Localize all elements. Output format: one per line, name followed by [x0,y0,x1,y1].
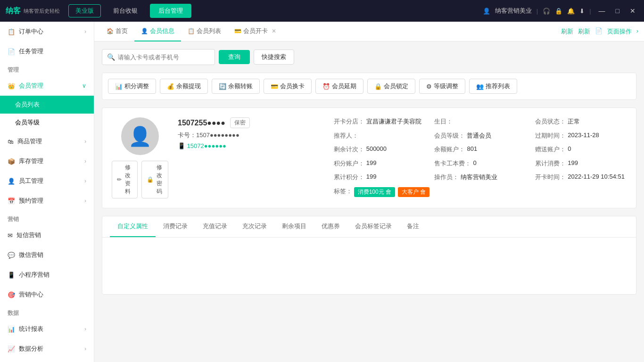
sidebar-item-products[interactable]: 🛍 商品管理 › [0,132,94,151]
edit-info-button[interactable]: ✏ 修改资料 [112,161,138,198]
sidebar-section-data: 数据 [0,304,94,319]
sidebar-label-analytics: 数据分析 [19,345,43,353]
remaining-times-label: 剩余计次： [334,145,364,154]
sidebar-item-member-management[interactable]: 👑 会员管理 ∨ [0,76,94,96]
detail-tab-times[interactable]: 充次记录 [235,216,274,237]
analytics-icon: 📈 [8,346,15,353]
sidebar-label-orders: 订单中心 [19,27,43,36]
open-time-label: 开卡时间： [535,173,566,181]
member-card: 👤 ✏ 修改资料 🔒 修改密码 [102,107,636,208]
quick-search-button[interactable]: 快捷搜索 [254,49,294,65]
sidebar-item-miniapp[interactable]: 📱 小程序营销 [0,265,94,285]
lock-icon[interactable]: 🔒 [555,8,562,15]
tab-member-list[interactable]: 📋 会员列表 [181,22,228,41]
referral-list-button[interactable]: 👥 推荐列表 [469,79,517,94]
detail-open-time: 开卡时间： 2022-11-29 10:54:51 [535,173,627,183]
member-cardno: 卡号：1507●●●●●●●● [178,131,324,140]
edit-password-button[interactable]: 🔒 修改密码 [141,161,168,198]
sidebar-item-member-level[interactable]: 会员等级 [0,114,94,132]
detail-tags: 标签： 消费100元 會 大客户 會 [334,187,627,199]
sidebar-item-orders[interactable]: 📋 订单中心 › [0,22,94,41]
booking-icon: 📅 [8,197,15,205]
tab-home[interactable]: 🏠 首页 [100,22,134,41]
detail-tabs: 自定义属性 消费记录 充值记录 充次记录 剩余项目 优惠券 会员标签记录 备注 [102,216,636,295]
page-ops-icon: 📄 [595,27,603,36]
detail-expire: 过期时间： 2023-11-28 [535,132,627,142]
detail-tab-tag-records[interactable]: 会员标签记录 [347,216,399,237]
secret-button[interactable]: 保密 [230,117,250,128]
bell-icon[interactable]: 🔔 [567,8,575,15]
search-input-wrap[interactable]: 🔍 [102,49,215,65]
sidebar-item-tasks[interactable]: 📄 任务管理 [0,41,94,61]
sidebar-item-inventory[interactable]: 📦 库存管理 › [0,151,94,171]
avatar-section: 👤 ✏ 修改资料 🔒 修改密码 [112,117,168,198]
sidebar-item-staff[interactable]: 👤 员工管理 › [0,171,94,191]
sidebar-item-marketing-center[interactable]: 🎯 营销中心 [0,285,94,304]
detail-tab-recharge[interactable]: 充值记录 [195,216,235,237]
chevron-icon3: › [84,158,86,165]
member-name-row: 1507255●●●● 保密 [178,117,324,128]
balance-transfer-button[interactable]: 🔄 余额转账 [212,79,260,94]
balance-withdraw-button[interactable]: 💰 余额提现 [160,79,208,94]
sidebar-item-member-list[interactable]: 会员列表 [0,96,94,114]
sidebar-item-analytics[interactable]: 📈 数据分析 › [0,339,94,359]
topbar-username: 纳客营销美业 [495,7,532,15]
detail-status: 会员状态： 正常 [535,117,627,128]
sidebar-label-marketing: 营销中心 [19,290,43,299]
sidebar-label-miniapp: 小程序营销 [19,271,50,279]
detail-remaining-times: 剩余计次： 500000 [334,145,425,156]
tab-member-info-label: 会员信息 [150,27,174,35]
maximize-button[interactable]: □ [613,6,622,16]
points-adjust-button[interactable]: 📊 积分调整 [108,79,156,94]
tab-member-list-label: 会员列表 [197,27,221,35]
tab-member-card-label: 会员开卡 [243,27,268,35]
edit-buttons: ✏ 修改资料 🔒 修改密码 [112,161,168,198]
member-lock-button[interactable]: 🔒 会员锁定 [367,79,415,94]
close-button[interactable]: ✕ [627,6,638,16]
status-value: 正常 [568,117,580,126]
tab-member-card[interactable]: 💳 会员开卡 ✕ [228,22,283,41]
headset-icon[interactable]: 🎧 [543,8,550,15]
refresh-label[interactable]: 刷新 [578,27,590,36]
edition-button[interactable]: 美业版 [68,4,101,17]
nav-backend-button[interactable]: 后台管理 [150,4,191,18]
level-icon: ⚙ [426,83,432,90]
download-icon[interactable]: ⬇ [579,8,585,15]
detail-tab-bar: 自定义属性 消费记录 充值记录 充次记录 剩余项目 优惠券 会员标签记录 备注 [102,216,636,238]
detail-tab-custom[interactable]: 自定义属性 [110,216,156,237]
detail-tab-consume[interactable]: 消费记录 [156,216,195,237]
sidebar-item-reports[interactable]: 📊 统计报表 › [0,319,94,339]
minimize-button[interactable]: — [596,6,608,16]
detail-tab-coupon[interactable]: 优惠券 [314,216,347,237]
tags-label: 标签： [334,187,352,196]
transfer-icon: 🔄 [219,83,226,90]
divider1: | [537,8,538,15]
card-cost-value: 0 [473,159,476,166]
total-consume-value: 199 [568,159,578,166]
detail-referrer: 推荐人： [334,132,425,142]
card-replace-button[interactable]: 💳 会员换卡 [264,79,312,94]
nav-cashier-button[interactable]: 前台收银 [105,4,146,18]
tab-close-button[interactable]: ✕ [272,28,276,34]
member-list-icon: 📋 [188,28,195,34]
member-info-icon: 👤 [141,28,148,34]
lock-member-icon: 🔒 [374,83,382,90]
detail-operator: 操作员： 纳客营销美业 [434,173,526,183]
logo-sub: 纳客管后史轻松 [24,8,60,15]
gift-balance-label: 赠送账户： [535,145,566,154]
search-input[interactable] [118,54,210,61]
page-ops-label[interactable]: 页面操作 [607,27,632,36]
member-extend-button[interactable]: ⏰ 会员延期 [315,79,363,94]
detail-tab-remaining[interactable]: 剩余项目 [274,216,314,237]
query-button[interactable]: 查询 [219,50,250,64]
refresh-button[interactable]: 刷新 [561,27,573,36]
sidebar-item-sms[interactable]: ✉ 短信营销 [0,225,94,245]
sidebar-item-wechat[interactable]: 💬 微信营销 [0,245,94,265]
sidebar-item-booking[interactable]: 📅 预约管理 › [0,191,94,211]
expire-label: 过期时间： [535,132,566,140]
user-icon: 👤 [483,8,490,15]
detail-tab-note[interactable]: 备注 [399,216,427,237]
tab-member-info[interactable]: 👤 会员信息 [134,22,181,41]
level-adjust-button[interactable]: ⚙ 等级调整 [419,79,465,94]
sidebar-label-inventory: 库存管理 [19,157,43,165]
